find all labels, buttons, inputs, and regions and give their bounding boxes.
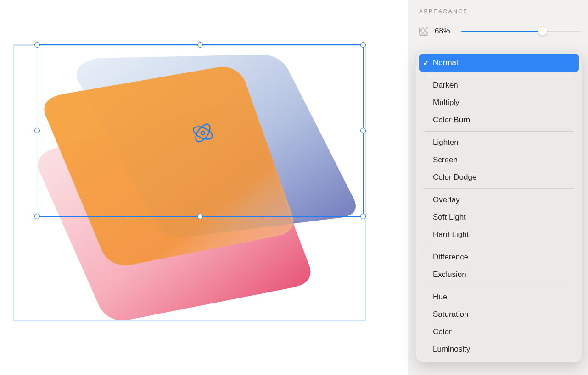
blend-mode-option[interactable]: ✓Color Dodge: [419, 169, 579, 186]
checkmark-icon: ✓: [419, 58, 433, 68]
blend-mode-label: Multiply: [433, 98, 579, 107]
opacity-swatch-icon[interactable]: [419, 27, 428, 36]
canvas-area[interactable]: [0, 0, 408, 375]
blend-mode-option[interactable]: ✓Lighten: [419, 134, 579, 151]
blend-mode-label: Overlay: [433, 195, 579, 204]
menu-separator: [424, 286, 574, 286]
blend-mode-label: Luminosity: [433, 345, 579, 354]
menu-separator: [424, 131, 574, 132]
canvas-shapes: [13, 44, 366, 321]
blend-mode-label: Normal: [433, 58, 579, 67]
blend-mode-option[interactable]: ✓Hue: [419, 288, 579, 306]
blend-mode-option[interactable]: ✓Normal: [419, 54, 579, 72]
opacity-slider[interactable]: [461, 26, 581, 37]
blend-mode-label: Difference: [433, 253, 579, 262]
blend-mode-option[interactable]: ✓Color: [419, 323, 579, 341]
blend-mode-label: Hue: [433, 292, 579, 302]
menu-separator: [424, 246, 574, 246]
blend-mode-option[interactable]: ✓Multiply: [419, 94, 579, 111]
blend-mode-option[interactable]: ✓Screen: [419, 151, 579, 169]
blend-mode-option[interactable]: ✓Darken: [419, 77, 579, 94]
blend-mode-label: Color Burn: [433, 116, 579, 125]
blend-mode-label: Exclusion: [433, 270, 579, 279]
blend-mode-label: Hard Light: [433, 230, 579, 239]
blend-mode-dropdown[interactable]: ✓Normal✓Darken✓Multiply✓Color Burn✓Light…: [416, 51, 582, 362]
blend-mode-label: Darken: [433, 81, 579, 90]
blend-mode-option[interactable]: ✓Hard Light: [419, 226, 579, 243]
inspector-panel: APPEARANCE 68% ✓Normal✓Darken✓Multiply✓C…: [408, 0, 588, 375]
blend-mode-label: Screen: [433, 155, 579, 165]
blend-mode-option[interactable]: ✓Overlay: [419, 191, 579, 209]
appearance-section-title: APPEARANCE: [408, 8, 588, 26]
blend-mode-option[interactable]: ✓Soft Light: [419, 209, 579, 226]
opacity-row: 68%: [408, 26, 588, 37]
blend-mode-option[interactable]: ✓Luminosity: [419, 341, 579, 358]
menu-separator: [424, 188, 574, 189]
layered-shapes: [13, 44, 366, 321]
blend-mode-option[interactable]: ✓Exclusion: [419, 266, 579, 283]
blend-mode-option[interactable]: ✓Color Burn: [419, 111, 579, 129]
blend-mode-label: Color Dodge: [433, 173, 579, 182]
slider-thumb[interactable]: [538, 27, 547, 36]
blend-mode-option[interactable]: ✓Difference: [419, 248, 579, 266]
blend-mode-label: Saturation: [433, 310, 579, 319]
blend-mode-option[interactable]: ✓Saturation: [419, 306, 579, 323]
menu-separator: [424, 74, 574, 74]
blend-mode-label: Lighten: [433, 138, 579, 147]
blend-mode-label: Soft Light: [433, 213, 579, 222]
blend-mode-label: Color: [433, 327, 579, 336]
slider-fill: [461, 31, 543, 32]
opacity-value-field[interactable]: 68%: [435, 27, 455, 36]
